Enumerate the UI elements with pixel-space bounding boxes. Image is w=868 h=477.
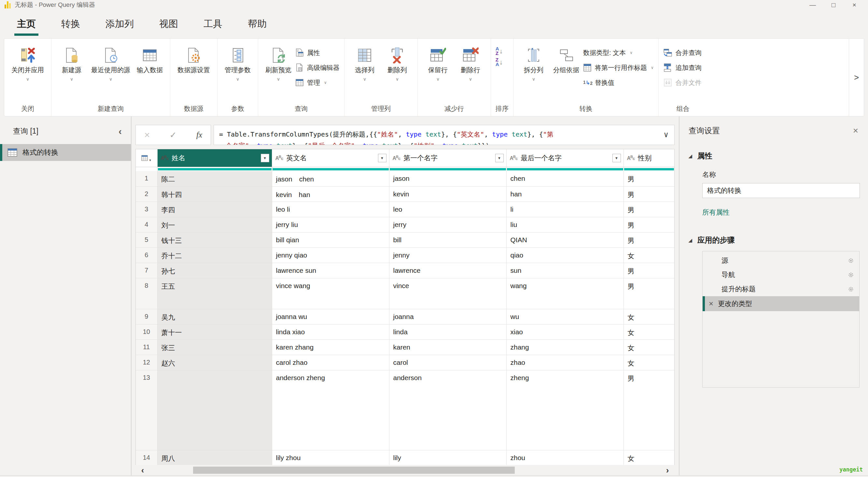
sort-descending-button[interactable]: ZA ↓ <box>496 58 503 67</box>
step-promoted-headers[interactable]: 提升的标题 <box>703 282 859 296</box>
ribbon-overflow-button[interactable]: > <box>849 39 864 116</box>
column-header-english-name[interactable]: ABc 英文名 ▼ <box>272 149 389 167</box>
new-source-button[interactable]: 新建源 ∨ <box>56 43 87 81</box>
cell[interactable]: joanna wu <box>272 309 389 324</box>
cell[interactable]: 陈二 <box>157 171 272 186</box>
formula-accept-icon[interactable]: ✓ <box>169 130 177 140</box>
all-properties-link[interactable]: 所有属性 <box>702 208 730 217</box>
cell[interactable]: 女 <box>623 450 674 465</box>
cell[interactable]: lawrence <box>389 263 506 278</box>
cell[interactable]: lawrence sun <box>272 263 389 278</box>
combine-files-button[interactable]: 合并文件 <box>663 75 703 90</box>
gear-icon[interactable] <box>848 272 854 278</box>
row-number[interactable]: 2 <box>136 186 157 202</box>
enter-data-button[interactable]: 输入数据 <box>134 43 165 74</box>
row-number[interactable]: 9 <box>136 309 157 324</box>
data-source-settings-button[interactable]: 数据源设置 <box>175 43 213 74</box>
cell[interactable]: 乔十二 <box>157 247 272 263</box>
cell[interactable]: 周八 <box>157 450 272 465</box>
row-number[interactable]: 8 <box>136 278 157 309</box>
filter-dropdown-icon[interactable]: ▼ <box>613 154 621 162</box>
scrollbar-thumb[interactable] <box>193 467 515 474</box>
filter-dropdown-icon[interactable]: ▼ <box>378 154 386 162</box>
cell[interactable]: vince wang <box>272 278 389 309</box>
scroll-right-icon[interactable]: › <box>660 465 675 475</box>
cell[interactable]: zhao <box>506 355 623 370</box>
cell[interactable]: carol zhao <box>272 355 389 370</box>
row-number[interactable]: 1 <box>136 171 157 186</box>
row-number[interactable]: 5 <box>136 232 157 247</box>
cell[interactable]: liu <box>506 217 623 232</box>
cell[interactable]: leo li <box>272 202 389 217</box>
column-header-last-name[interactable]: ABc 最后一个名字 ▼ <box>506 149 623 167</box>
cell[interactable]: karen <box>389 339 506 355</box>
row-number[interactable]: 13 <box>136 370 157 450</box>
data-type-button[interactable]: 数据类型: 文本 ∨ <box>583 45 654 60</box>
step-source[interactable]: 源 <box>703 253 859 268</box>
cell[interactable]: 男 <box>623 171 674 186</box>
column-header-gender[interactable]: ABc 性别 <box>623 149 674 167</box>
refresh-preview-button[interactable]: 刷新预览 ∨ <box>263 43 294 81</box>
applied-steps-section-header[interactable]: ◢ 应用的步骤 <box>680 235 868 245</box>
cell[interactable]: lily zhou <box>272 450 389 465</box>
cell[interactable]: 女 <box>623 339 674 355</box>
manage-button[interactable]: 管理 ∨ <box>295 75 340 90</box>
group-by-button[interactable]: 分组依据 <box>551 43 582 74</box>
close-panel-icon[interactable]: × <box>853 126 858 136</box>
cell[interactable]: vince <box>389 278 506 309</box>
cell[interactable]: linda xiao <box>272 324 389 339</box>
formula-cancel-icon[interactable]: × <box>144 129 150 140</box>
cell[interactable]: 李四 <box>157 202 272 217</box>
fx-icon[interactable]: fx <box>196 130 202 139</box>
cell[interactable]: han <box>506 186 623 202</box>
cell[interactable]: jason <box>389 171 506 186</box>
cell[interactable]: zhang <box>506 339 623 355</box>
filter-dropdown-icon[interactable]: ▼ <box>261 154 269 162</box>
cell[interactable]: jenny <box>389 247 506 263</box>
cell[interactable]: 男 <box>623 202 674 217</box>
maximize-button[interactable]: □ <box>823 0 844 10</box>
scrollbar-track[interactable] <box>150 467 660 474</box>
row-number[interactable]: 6 <box>136 247 157 263</box>
cell[interactable]: carol <box>389 355 506 370</box>
cell[interactable]: bill <box>389 232 506 247</box>
tab-add-column[interactable]: 添加列 <box>105 18 134 31</box>
cell[interactable]: 女 <box>623 309 674 324</box>
tab-home[interactable]: 主页 <box>17 18 36 31</box>
cell[interactable]: 吴九 <box>157 309 272 324</box>
properties-button[interactable]: 属性 <box>295 45 340 60</box>
step-navigation[interactable]: 导航 <box>703 268 859 282</box>
cell[interactable]: kevin <box>389 186 506 202</box>
close-button[interactable]: × <box>844 0 865 10</box>
tab-transform[interactable]: 转换 <box>61 18 80 31</box>
manage-parameters-button[interactable]: 管理参数 ∨ <box>222 43 253 81</box>
close-and-apply-button[interactable]: 关闭并应用 ∨ <box>9 43 46 81</box>
cell[interactable]: linda <box>389 324 506 339</box>
replace-values-button[interactable]: 1↳2 替换值 <box>583 75 654 90</box>
merge-queries-button[interactable]: 合并查询 <box>663 45 703 60</box>
cell[interactable]: 孙七 <box>157 263 272 278</box>
keep-rows-button[interactable]: 保留行 ∨ <box>422 43 454 81</box>
column-header-first-name[interactable]: ABc 第一个名字 ▼ <box>389 149 506 167</box>
row-number[interactable]: 14 <box>136 450 157 465</box>
recent-sources-button[interactable]: 最近使用的源 ∨ <box>89 43 133 81</box>
cell[interactable]: 女 <box>623 324 674 339</box>
cell[interactable]: qiao <box>506 247 623 263</box>
minimize-button[interactable]: — <box>802 0 823 10</box>
column-header-name[interactable]: ABc 姓名 ▼ <box>157 149 272 167</box>
choose-columns-button[interactable]: 选择列 ∨ <box>349 43 380 81</box>
cell[interactable]: jenny qiao <box>272 247 389 263</box>
cell[interactable]: 张三 <box>157 339 272 355</box>
cell[interactable]: 男 <box>623 186 674 202</box>
collapse-panel-icon[interactable]: ‹ <box>119 128 122 135</box>
cell[interactable]: li <box>506 202 623 217</box>
cell[interactable]: 刘一 <box>157 217 272 232</box>
row-number[interactable]: 7 <box>136 263 157 278</box>
filter-dropdown-icon[interactable]: ▼ <box>495 154 504 162</box>
row-number[interactable]: 3 <box>136 202 157 217</box>
tab-tools[interactable]: 工具 <box>204 18 222 31</box>
row-number[interactable]: 10 <box>136 324 157 339</box>
cell[interactable]: 男 <box>623 370 674 450</box>
horizontal-scrollbar[interactable]: ‹ › <box>135 465 675 475</box>
cell[interactable]: leo <box>389 202 506 217</box>
